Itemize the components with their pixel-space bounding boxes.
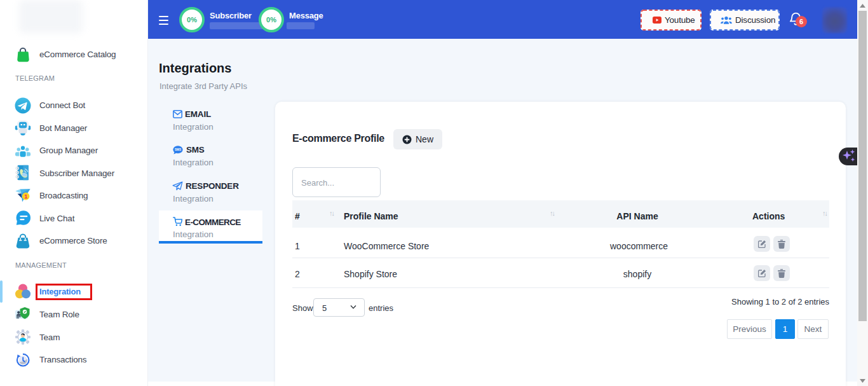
svg-text:SMS: SMS	[175, 148, 181, 151]
svg-text:1: 1	[24, 193, 27, 200]
